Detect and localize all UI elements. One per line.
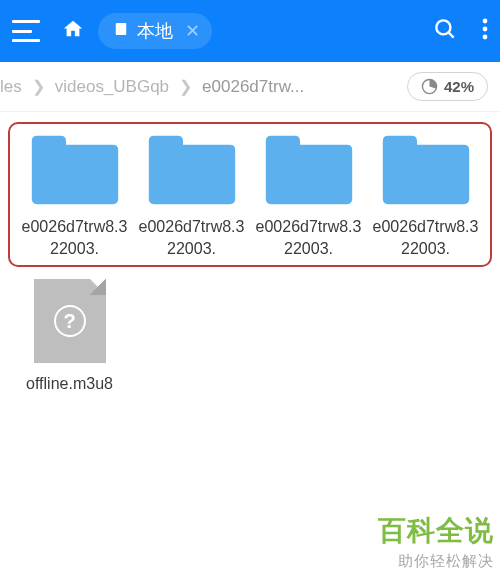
tab-label: 本地	[137, 19, 173, 43]
watermark: 百科全说 助你轻松解决	[378, 512, 494, 571]
storage-percent: 42%	[444, 78, 474, 95]
svg-point-5	[483, 35, 488, 40]
svg-point-1	[436, 20, 450, 34]
breadcrumb-item[interactable]: videos_UBGqb	[55, 77, 169, 97]
folder-icon	[381, 134, 471, 206]
file-item[interactable]: ? offline.m3u8	[12, 275, 127, 395]
folder-label: e0026d7trw8.322003.	[137, 216, 247, 259]
folder-item[interactable]: e0026d7trw8.322003.	[17, 134, 132, 259]
folder-icon	[147, 134, 237, 206]
home-icon[interactable]	[62, 18, 84, 44]
storage-indicator[interactable]: 42%	[407, 72, 488, 101]
search-icon[interactable]	[432, 16, 458, 46]
chevron-right-icon: ❯	[179, 77, 192, 96]
folder-label: e0026d7trw8.322003.	[371, 216, 481, 259]
location-tab[interactable]: 本地 ✕	[98, 13, 212, 49]
folder-label: e0026d7trw8.322003.	[254, 216, 364, 259]
pie-icon	[421, 78, 438, 95]
folder-item[interactable]: e0026d7trw8.322003.	[368, 134, 483, 259]
watermark-subtitle: 助你轻松解决	[378, 552, 494, 571]
file-content: e0026d7trw8.322003. e0026d7trw8.322003. …	[0, 112, 500, 405]
svg-point-4	[483, 27, 488, 32]
chevron-right-icon: ❯	[32, 77, 45, 96]
svg-line-2	[448, 32, 453, 37]
folder-label: e0026d7trw8.322003.	[20, 216, 130, 259]
file-label: offline.m3u8	[26, 373, 113, 395]
highlighted-folders: e0026d7trw8.322003. e0026d7trw8.322003. …	[8, 122, 492, 267]
folder-item[interactable]: e0026d7trw8.322003.	[251, 134, 366, 259]
close-icon[interactable]: ✕	[185, 20, 200, 42]
question-mark-icon: ?	[54, 305, 86, 337]
folder-item[interactable]: e0026d7trw8.322003.	[134, 134, 249, 259]
svg-rect-0	[116, 23, 127, 35]
menu-icon[interactable]	[12, 20, 40, 42]
watermark-title: 百科全说	[378, 512, 494, 550]
folder-icon	[264, 134, 354, 206]
breadcrumb: les ❯ videos_UBGqb ❯ e0026d7trw... 42%	[0, 62, 500, 112]
book-icon	[112, 20, 130, 42]
breadcrumb-item[interactable]: les	[0, 77, 22, 97]
unknown-file-icon: ?	[34, 279, 106, 363]
file-grid: ? offline.m3u8	[8, 275, 492, 395]
overflow-icon[interactable]	[482, 17, 488, 45]
folder-icon	[30, 134, 120, 206]
breadcrumb-item-current[interactable]: e0026d7trw...	[202, 77, 304, 97]
app-header: 本地 ✕	[0, 0, 500, 62]
svg-point-3	[483, 19, 488, 24]
